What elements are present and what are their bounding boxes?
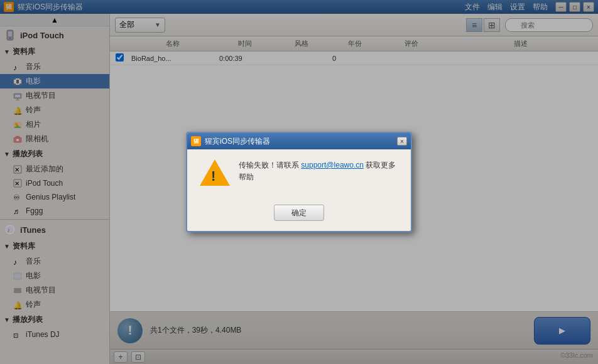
warning-triangle — [200, 159, 230, 186]
modal-overlay: 猩 猩宾iOS同步传输器 × 传输失败！请联系 support@leawo.cn… — [0, 0, 598, 364]
ok-button[interactable]: 确定 — [274, 205, 324, 221]
modal-app-icon: 猩 — [191, 136, 201, 146]
message-prefix: 传输失败！请联系 — [239, 161, 299, 169]
modal-title-bar: 猩 猩宾iOS同步传输器 × — [187, 133, 411, 149]
modal-message: 传输失败！请联系 support@leawo.cn 获取更多帮助 — [239, 159, 398, 183]
modal-body: 传输失败！请联系 support@leawo.cn 获取更多帮助 — [187, 149, 411, 200]
support-link[interactable]: support@leawo.cn — [301, 161, 364, 169]
warning-icon — [200, 159, 230, 190]
modal-close-button[interactable]: × — [397, 137, 407, 146]
modal-footer: 确定 — [187, 200, 411, 231]
modal-dialog: 猩 猩宾iOS同步传输器 × 传输失败！请联系 support@leawo.cn… — [186, 132, 412, 232]
modal-title: 猩宾iOS同步传输器 — [205, 136, 397, 147]
